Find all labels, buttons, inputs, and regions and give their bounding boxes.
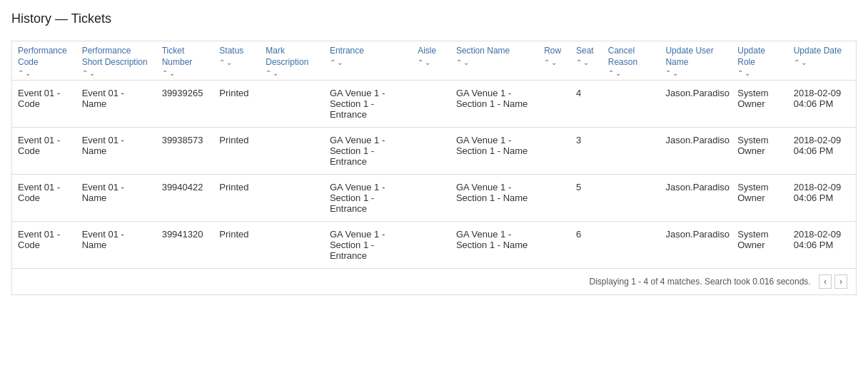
- sort-desc-row[interactable]: ⌄: [551, 59, 557, 66]
- table-row: Event 01 - CodeEvent 01 - Name39940422Pr…: [12, 175, 856, 222]
- cell-ticketnum: 39941320: [156, 222, 214, 269]
- sort-asc-ticketnum[interactable]: ⌃: [162, 70, 168, 77]
- sort-desc-updateuser[interactable]: ⌄: [672, 70, 678, 77]
- cell-row: [538, 128, 570, 175]
- col-header-updateuser: Update User Name ⌃ ⌄: [660, 41, 732, 81]
- cell-seat: 3: [570, 128, 602, 175]
- col-header-perfdesc: Performance Short Description ⌃ ⌄: [76, 41, 156, 81]
- cell-cancelreason: [602, 222, 660, 269]
- sort-asc-entrance[interactable]: ⌃: [330, 59, 335, 66]
- col-header-cancelreason: Cancel Reason ⌃ ⌄: [602, 41, 660, 81]
- col-header-updatedate: Update Date ⌃ ⌄: [788, 41, 856, 81]
- sort-asc-row[interactable]: ⌃: [544, 59, 550, 66]
- col-header-row: Row ⌃ ⌄: [538, 41, 570, 81]
- tickets-table: Performance Code ⌃ ⌄ Performance Short D…: [12, 41, 856, 294]
- cell-sectionname: GA Venue 1 - Section 1 - Name: [450, 175, 538, 222]
- cell-perfdesc: Event 01 - Name: [76, 81, 156, 128]
- cell-perfdesc: Event 01 - Name: [76, 222, 156, 269]
- cell-updaterole: System Owner: [732, 175, 787, 222]
- col-label-row: Row: [544, 46, 561, 56]
- cell-updateuser: Jason.Paradiso: [660, 175, 732, 222]
- cell-ticketnum: 39940422: [156, 175, 214, 222]
- sort-desc-perfcode[interactable]: ⌄: [25, 70, 31, 77]
- sort-asc-perfdesc[interactable]: ⌃: [82, 70, 88, 77]
- sort-desc-ticketnum[interactable]: ⌄: [169, 70, 175, 77]
- cell-cancelreason: [602, 175, 660, 222]
- cell-status: Printed: [213, 222, 260, 269]
- cell-row: [538, 222, 570, 269]
- cell-cancelreason: [602, 81, 660, 128]
- cell-markdesc: [260, 81, 324, 128]
- sort-desc-sectionname[interactable]: ⌄: [463, 59, 469, 66]
- col-label-entrance: Entrance: [330, 46, 364, 56]
- sort-desc-entrance[interactable]: ⌄: [337, 59, 343, 66]
- cell-updatedate: 2018-02-09 04:06 PM: [788, 175, 856, 222]
- cell-perfcode: Event 01 - Code: [12, 222, 76, 269]
- sort-asc-aisle[interactable]: ⌃: [418, 59, 423, 66]
- cell-perfcode: Event 01 - Code: [12, 175, 76, 222]
- col-header-ticketnum: Ticket Number ⌃ ⌄: [156, 41, 214, 81]
- cell-entrance: GA Venue 1 - Section 1 - Entrance: [324, 175, 412, 222]
- sort-desc-perfdesc[interactable]: ⌄: [89, 70, 95, 77]
- sort-desc-updatedate[interactable]: ⌄: [801, 59, 807, 66]
- sort-asc-updaterole[interactable]: ⌃: [737, 70, 743, 77]
- sort-asc-updateuser[interactable]: ⌃: [665, 70, 671, 77]
- sort-desc-cancelreason[interactable]: ⌄: [615, 70, 621, 77]
- col-label-perfdesc: Performance Short Description: [82, 46, 148, 67]
- cell-perfcode: Event 01 - Code: [12, 128, 76, 175]
- sort-desc-aisle[interactable]: ⌄: [425, 59, 430, 66]
- cell-markdesc: [260, 175, 324, 222]
- pagination-status: Displaying 1 - 4 of 4 matches. Search to…: [589, 277, 810, 287]
- col-label-status: Status: [219, 46, 243, 56]
- tickets-table-wrapper: Performance Code ⌃ ⌄ Performance Short D…: [11, 41, 857, 295]
- table-row: Event 01 - CodeEvent 01 - Name39941320Pr…: [12, 222, 856, 269]
- cell-perfdesc: Event 01 - Name: [76, 128, 156, 175]
- cell-updateuser: Jason.Paradiso: [660, 222, 732, 269]
- cell-sectionname: GA Venue 1 - Section 1 - Name: [450, 222, 538, 269]
- sort-desc-status[interactable]: ⌄: [226, 59, 232, 66]
- col-label-updatedate: Update Date: [794, 46, 842, 56]
- cell-updateuser: Jason.Paradiso: [660, 128, 732, 175]
- sort-asc-markdesc[interactable]: ⌃: [266, 70, 271, 77]
- cell-status: Printed: [213, 128, 260, 175]
- cell-aisle: [412, 175, 450, 222]
- cell-perfcode: Event 01 - Code: [12, 81, 76, 128]
- col-label-ticketnum: Ticket Number: [162, 46, 193, 67]
- cell-seat: 4: [570, 81, 602, 128]
- cell-cancelreason: [602, 128, 660, 175]
- cell-aisle: [412, 81, 450, 128]
- cell-markdesc: [260, 222, 324, 269]
- page-title: History — Tickets: [11, 11, 857, 26]
- sort-desc-updaterole[interactable]: ⌄: [745, 70, 750, 77]
- table-header-row: Performance Code ⌃ ⌄ Performance Short D…: [12, 41, 856, 81]
- cell-updatedate: 2018-02-09 04:06 PM: [788, 222, 856, 269]
- cell-aisle: [412, 128, 450, 175]
- prev-page-button[interactable]: ‹: [819, 274, 832, 289]
- sort-asc-seat[interactable]: ⌃: [576, 59, 582, 66]
- cell-updatedate: 2018-02-09 04:06 PM: [788, 128, 856, 175]
- cell-aisle: [412, 222, 450, 269]
- col-label-perfcode: Performance Code: [18, 46, 67, 67]
- sort-asc-cancelreason[interactable]: ⌃: [608, 70, 614, 77]
- sort-asc-updatedate[interactable]: ⌃: [794, 59, 799, 66]
- col-label-updaterole: Update Role: [737, 46, 765, 67]
- col-label-cancelreason: Cancel Reason: [608, 46, 637, 67]
- cell-updateuser: Jason.Paradiso: [660, 81, 732, 128]
- next-page-button[interactable]: ›: [834, 274, 847, 289]
- table-row: Event 01 - CodeEvent 01 - Name39938573Pr…: [12, 128, 856, 175]
- col-header-aisle: Aisle ⌃ ⌄: [412, 41, 450, 81]
- col-label-aisle: Aisle: [418, 46, 436, 56]
- cell-updaterole: System Owner: [732, 81, 787, 128]
- sort-desc-seat[interactable]: ⌄: [583, 59, 589, 66]
- table-row: Event 01 - CodeEvent 01 - Name39939265Pr…: [12, 81, 856, 128]
- cell-updaterole: System Owner: [732, 222, 787, 269]
- sort-desc-markdesc[interactable]: ⌄: [273, 70, 278, 77]
- cell-sectionname: GA Venue 1 - Section 1 - Name: [450, 128, 538, 175]
- sort-asc-sectionname[interactable]: ⌃: [456, 59, 462, 66]
- col-header-perfcode: Performance Code ⌃ ⌄: [12, 41, 76, 81]
- sort-asc-perfcode[interactable]: ⌃: [18, 70, 24, 77]
- col-header-status: Status ⌃ ⌄: [213, 41, 260, 81]
- cell-seat: 6: [570, 222, 602, 269]
- col-label-sectionname: Section Name: [456, 46, 510, 56]
- sort-asc-status[interactable]: ⌃: [219, 59, 225, 66]
